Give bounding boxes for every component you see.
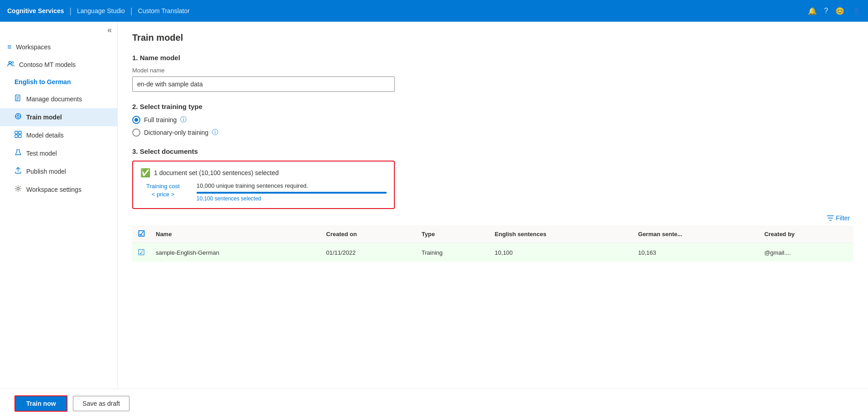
th-created: Created on <box>321 225 416 243</box>
sidebar-item-label: Model details <box>26 132 64 139</box>
row-created-by: @gmail.... <box>759 243 854 262</box>
nav-right-icons: 🔔 ? 😊 👤 <box>808 7 861 15</box>
sidebar-item-contoso-mt[interactable]: Contoso MT models <box>0 56 117 74</box>
language-studio-link[interactable]: Language Studio <box>77 7 125 14</box>
progress-bar-fill <box>197 192 387 194</box>
filter-icon <box>827 214 834 222</box>
sidebar-collapse-area: « <box>0 22 117 38</box>
row-checkbox-icon: ☑ <box>138 248 145 257</box>
sidebar-item-label: Publish model <box>26 168 66 175</box>
sidebar-item-label: Workspaces <box>16 43 51 51</box>
sidebar-item-publish-model[interactable]: Publish model <box>0 162 117 180</box>
main-content: Train model 1. Name model Model name 2. … <box>118 22 868 389</box>
row-check[interactable]: ☑ <box>132 243 150 262</box>
table-header-row: ☑ Name Created on Type English sentences… <box>132 225 854 243</box>
sidebar-item-test-model[interactable]: Test model <box>0 144 117 162</box>
svg-rect-12 <box>15 131 18 134</box>
svg-rect-14 <box>15 135 18 138</box>
th-name: Name <box>150 225 321 243</box>
th-type: Type <box>416 225 489 243</box>
step2-heading: 2. Select training type <box>132 103 854 110</box>
help-icon[interactable]: ? <box>824 7 828 15</box>
page-title: Train model <box>132 33 854 43</box>
sidebar-item-label: Manage documents <box>26 95 82 103</box>
custom-translator-link[interactable]: Custom Translator <box>138 7 190 14</box>
model-details-icon <box>14 131 22 140</box>
section-name-model: 1. Name model Model name <box>132 54 854 92</box>
success-check-icon: ✅ <box>140 168 150 178</box>
test-model-icon <box>14 149 22 158</box>
full-training-label: Full training <box>144 116 177 124</box>
svg-rect-13 <box>19 131 21 134</box>
sidebar-item-label: Workspace settings <box>26 186 82 193</box>
save-as-draft-button[interactable]: Save as draft <box>73 396 129 411</box>
svg-point-0 <box>9 62 11 64</box>
document-summary-box: ✅ 1 document set (10,100 sentences) sele… <box>132 161 395 209</box>
sidebar-item-workspace-settings[interactable]: Workspace settings <box>0 180 117 199</box>
filter-button[interactable]: Filter <box>827 214 850 222</box>
sidebar: « ≡ Workspaces Contoso MT models English… <box>0 22 118 389</box>
table-row: ☑ sample-English-German 01/11/2022 Train… <box>132 243 854 262</box>
filter-label: Filter <box>836 214 850 222</box>
top-nav: Cognitive Services | Language Studio | C… <box>0 0 868 22</box>
user-smile-icon[interactable]: 😊 <box>835 7 844 15</box>
row-name: sample-English-German <box>150 243 321 262</box>
row-type: Training <box>416 243 489 262</box>
publish-model-icon <box>14 167 22 176</box>
training-cost-label: Training cost < price > <box>140 182 186 199</box>
requirement-text: 10,000 unique training sentences require… <box>197 182 387 189</box>
sidebar-item-label: Test model <box>26 150 57 157</box>
filter-row: Filter <box>132 214 854 222</box>
summary-header: ✅ 1 document set (10,100 sentences) sele… <box>140 168 387 178</box>
sidebar-item-manage-docs[interactable]: Manage documents <box>0 90 117 108</box>
sidebar-item-model-details[interactable]: Model details <box>0 126 117 144</box>
sidebar-item-label: Contoso MT models <box>19 61 76 68</box>
th-de-sentences: German sente... <box>633 225 759 243</box>
header-checkbox[interactable]: ☑ <box>138 229 145 238</box>
sidebar-item-label: Train model <box>26 114 62 121</box>
nav-sep-2: | <box>130 6 133 16</box>
dict-training-radio[interactable] <box>132 128 140 137</box>
svg-point-1 <box>12 62 14 63</box>
full-training-option[interactable]: Full training ⓘ <box>132 116 854 124</box>
collapse-button[interactable]: « <box>107 25 112 35</box>
model-name-input[interactable] <box>132 76 395 92</box>
workspaces-icon: ≡ <box>7 43 11 51</box>
svg-rect-15 <box>19 135 21 138</box>
train-now-button[interactable]: Train now <box>14 395 67 412</box>
section-training-type: 2. Select training type Full training ⓘ … <box>132 103 854 137</box>
sidebar-item-train-model[interactable]: Train model <box>0 108 117 126</box>
sidebar-item-workspaces[interactable]: ≡ Workspaces <box>0 38 117 56</box>
model-name-label: Model name <box>132 67 854 74</box>
cost-detail: 10,000 unique training sentences require… <box>197 182 387 202</box>
workspace-settings-icon <box>14 185 22 194</box>
user-account-icon[interactable]: 👤 <box>852 7 861 15</box>
cost-row: Training cost < price > 10,000 unique tr… <box>140 182 387 202</box>
bottom-action-bar: Train now Save as draft <box>0 389 868 418</box>
step1-heading: 1. Name model <box>132 54 854 62</box>
sidebar-item-english-german[interactable]: English to German <box>0 74 117 90</box>
nav-sep-1: | <box>69 6 72 16</box>
train-model-icon <box>14 113 22 122</box>
progress-bar-background <box>197 192 387 194</box>
brand-label: Cognitive Services <box>7 7 64 14</box>
row-created: 01/11/2022 <box>321 243 416 262</box>
dict-training-info-icon[interactable]: ⓘ <box>212 128 218 137</box>
sidebar-item-label: English to German <box>14 78 71 86</box>
manage-docs-icon <box>14 95 22 104</box>
notifications-icon[interactable]: 🔔 <box>808 7 817 15</box>
section-select-documents: 3. Select documents ✅ 1 document set (10… <box>132 147 854 262</box>
documents-table: ☑ Name Created on Type English sentences… <box>132 225 854 262</box>
full-training-info-icon[interactable]: ⓘ <box>180 116 187 124</box>
row-en-sentences: 10,100 <box>489 243 633 262</box>
th-created-by: Created by <box>759 225 854 243</box>
step3-heading: 3. Select documents <box>132 147 854 155</box>
full-training-radio[interactable] <box>132 116 140 124</box>
svg-point-17 <box>17 188 19 190</box>
th-en-sentences: English sentences <box>489 225 633 243</box>
dict-training-label: Dictionary-only training <box>144 129 208 136</box>
row-de-sentences: 10,163 <box>633 243 759 262</box>
dict-training-option[interactable]: Dictionary-only training ⓘ <box>132 128 854 137</box>
th-check: ☑ <box>132 225 150 243</box>
contoso-icon <box>7 60 14 69</box>
